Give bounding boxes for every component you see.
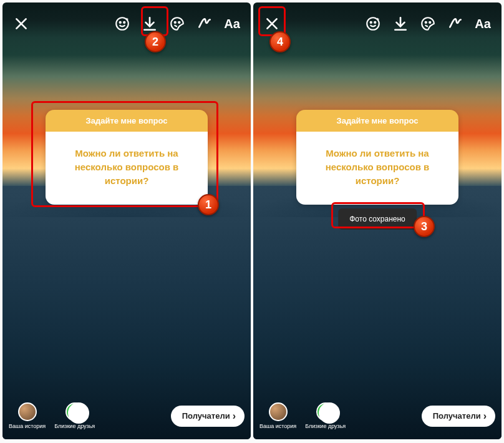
bottom-bar: Ваша история Близкие друзья Получатели › bbox=[259, 402, 495, 429]
sticker-button[interactable] bbox=[167, 14, 187, 34]
close-icon bbox=[13, 16, 29, 32]
annotation-badge-2: 2 bbox=[145, 31, 166, 52]
phone-screen-left: Aa Задайте мне вопрос Можно ли ответить … bbox=[2, 2, 251, 439]
your-story-label: Ваша история bbox=[9, 423, 46, 429]
toolbar-right-group: Aa bbox=[112, 14, 242, 34]
sticker-button[interactable] bbox=[418, 14, 438, 34]
toolbar-right-group: Aa bbox=[363, 14, 493, 34]
story-toolbar: Aa bbox=[262, 14, 493, 34]
face-filter-button[interactable] bbox=[112, 14, 132, 34]
question-sticker-header: Задайте мне вопрос bbox=[296, 110, 458, 132]
svg-point-18 bbox=[429, 22, 430, 23]
face-filter-button[interactable] bbox=[363, 14, 383, 34]
annotation-badge-4: 4 bbox=[269, 31, 291, 52]
svg-marker-9 bbox=[71, 408, 79, 415]
question-sticker-body: Можно ли ответить на несколько вопросов … bbox=[46, 132, 208, 205]
text-icon: Aa bbox=[475, 17, 491, 31]
svg-point-4 bbox=[124, 22, 125, 23]
close-friends-icon bbox=[316, 402, 335, 421]
your-story-button[interactable]: Ваша история bbox=[9, 402, 46, 429]
svg-point-17 bbox=[425, 22, 427, 23]
question-sticker[interactable]: Задайте мне вопрос Можно ли ответить на … bbox=[46, 110, 208, 205]
phone-screen-right: Aa Задайте мне вопрос Можно ли ответить … bbox=[253, 2, 502, 439]
download-icon bbox=[392, 16, 409, 32]
download-button[interactable] bbox=[390, 14, 410, 34]
photo-saved-toast: Фото сохранено bbox=[338, 208, 417, 230]
story-toolbar: Aa bbox=[11, 14, 242, 34]
avatar bbox=[18, 402, 37, 421]
close-friends-label: Близкие друзья bbox=[54, 423, 95, 429]
svg-point-14 bbox=[374, 22, 376, 23]
smiley-sparkle-icon bbox=[365, 16, 381, 32]
close-friends-button[interactable]: Близкие друзья bbox=[54, 402, 95, 429]
close-button[interactable] bbox=[262, 14, 282, 34]
recipients-button[interactable]: Получатели › bbox=[171, 406, 245, 427]
chevron-right-icon: › bbox=[233, 411, 236, 421]
close-friends-button[interactable]: Близкие друзья bbox=[305, 402, 346, 429]
text-button[interactable]: Aa bbox=[473, 14, 493, 34]
text-icon: Aa bbox=[224, 17, 240, 31]
question-sticker-header: Задайте мне вопрос bbox=[46, 110, 208, 132]
background-mountains bbox=[2, 186, 251, 439]
chevron-right-icon: › bbox=[483, 411, 487, 421]
question-sticker-body: Можно ли ответить на несколько вопросов … bbox=[296, 132, 458, 205]
sticker-icon bbox=[169, 16, 185, 32]
avatar bbox=[269, 402, 288, 421]
svg-point-3 bbox=[120, 22, 121, 23]
download-icon bbox=[142, 16, 158, 32]
svg-point-7 bbox=[175, 22, 176, 23]
close-friends-icon bbox=[65, 402, 84, 421]
svg-point-13 bbox=[371, 22, 372, 23]
draw-button[interactable] bbox=[445, 14, 465, 34]
close-button[interactable] bbox=[11, 14, 31, 34]
scribble-icon bbox=[196, 16, 213, 32]
close-friends-label: Близкие друзья bbox=[305, 423, 346, 429]
draw-button[interactable] bbox=[195, 14, 215, 34]
recipients-label: Получатели bbox=[182, 411, 230, 421]
recipients-label: Получатели bbox=[433, 411, 481, 421]
text-button[interactable]: Aa bbox=[222, 14, 242, 34]
your-story-button[interactable]: Ваша история bbox=[259, 402, 296, 429]
smiley-sparkle-icon bbox=[114, 16, 130, 32]
bottom-bar: Ваша история Близкие друзья Получатели › bbox=[9, 402, 245, 429]
question-sticker[interactable]: Задайте мне вопрос Можно ли ответить на … bbox=[296, 110, 458, 205]
close-icon bbox=[264, 16, 280, 32]
download-button[interactable] bbox=[140, 14, 160, 34]
svg-point-8 bbox=[178, 22, 180, 23]
recipients-button[interactable]: Получатели › bbox=[422, 406, 495, 427]
svg-marker-19 bbox=[322, 408, 329, 415]
your-story-label: Ваша история bbox=[259, 423, 296, 429]
scribble-icon bbox=[447, 16, 463, 32]
sticker-icon bbox=[420, 16, 436, 32]
